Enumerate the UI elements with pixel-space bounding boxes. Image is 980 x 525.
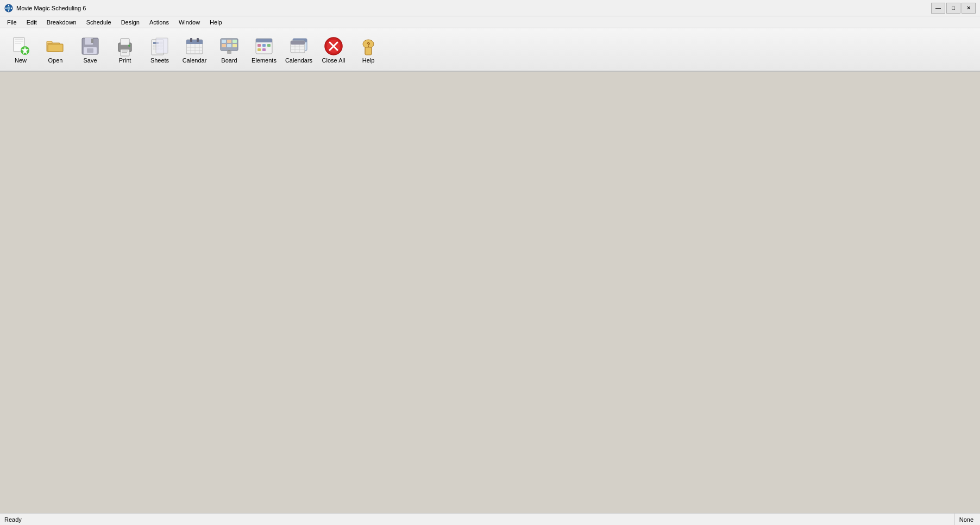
svg-rect-13 [47,41,52,43]
menu-breakdown[interactable]: Breakdown [42,17,81,27]
maximize-button[interactable]: □ [946,3,960,14]
window-controls[interactable]: — □ ✕ [931,3,976,14]
svg-rect-64 [291,41,305,45]
open-label: Open [48,57,63,64]
svg-rect-21 [121,39,129,45]
closeall-icon [323,35,344,57]
menu-bar: File Edit Breakdown Schedule Design Acti… [0,16,980,28]
menu-actions[interactable]: Actions [145,17,174,27]
svg-rect-33 [156,38,168,53]
svg-rect-36 [186,43,203,44]
sheets-label: Sheets [150,57,169,64]
svg-rect-48 [222,44,226,47]
menu-schedule[interactable]: Schedule [81,17,116,27]
svg-rect-24 [122,52,127,53]
help-label: Help [362,57,375,64]
toolbar: New Open Save Print [0,28,980,72]
svg-rect-59 [257,48,261,51]
svg-rect-42 [190,38,192,42]
calendar-button[interactable]: Calendar [178,31,211,68]
svg-point-2 [8,4,9,5]
svg-rect-49 [227,44,231,47]
svg-rect-45 [222,40,226,43]
svg-point-1 [7,7,10,10]
open-icon [45,35,66,57]
save-button[interactable]: Save [74,31,106,68]
menu-edit[interactable]: Edit [22,17,42,27]
menu-window[interactable]: Window [174,17,205,27]
svg-rect-8 [15,41,23,42]
board-button[interactable]: Board [213,31,246,68]
svg-rect-46 [227,40,231,43]
svg-rect-56 [257,44,261,47]
new-label: New [15,57,27,64]
title-bar: Movie Magic Scheduling 6 — □ ✕ [0,0,980,16]
closeall-button[interactable]: Close All [317,31,350,68]
main-content [0,72,980,513]
open-button[interactable]: Open [39,31,72,68]
svg-rect-55 [256,41,272,42]
svg-rect-23 [122,51,128,52]
elements-icon [253,35,275,57]
print-icon [114,35,136,57]
app-title: Movie Magic Scheduling 6 [16,5,86,11]
app-icon [4,4,13,12]
svg-rect-60 [262,48,266,51]
close-button[interactable]: ✕ [962,3,976,14]
print-label: Print [119,57,131,64]
minimize-button[interactable]: — [931,3,945,14]
closeall-label: Close All [322,57,345,64]
svg-point-4 [5,7,7,8]
help-icon: ? [357,35,379,57]
elements-label: Elements [252,57,277,64]
calendar-icon [184,35,205,57]
svg-rect-19 [87,48,93,53]
save-icon [79,35,101,57]
menu-file[interactable]: File [2,17,22,27]
calendar-label: Calendar [183,57,207,64]
new-button[interactable]: New [4,31,37,68]
title-bar-left: Movie Magic Scheduling 6 [4,4,86,12]
calendars-button[interactable]: Calendars [282,31,315,68]
elements-button[interactable]: Elements [248,31,280,68]
menu-design[interactable]: Design [116,17,145,27]
svg-point-3 [8,10,9,11]
svg-rect-57 [262,44,266,47]
sheets-button[interactable]: Sheets [143,31,176,68]
board-label: Board [221,57,237,64]
status-bar: Ready None [0,513,980,525]
svg-rect-50 [233,44,237,47]
status-text: Ready [2,516,954,523]
svg-rect-52 [228,50,230,51]
svg-rect-58 [267,44,271,47]
print-button[interactable]: Print [109,31,141,68]
menu-help[interactable]: Help [205,17,227,27]
svg-point-25 [128,45,130,47]
svg-rect-14 [48,44,63,52]
calendars-label: Calendars [285,57,312,64]
svg-rect-9 [15,43,21,44]
svg-rect-47 [233,40,237,43]
svg-rect-74 [365,47,372,55]
calendars-icon [288,35,310,57]
svg-rect-17 [91,39,93,43]
svg-point-5 [11,7,12,8]
svg-rect-43 [197,38,199,42]
svg-text:?: ? [367,42,370,48]
help-button[interactable]: ? Help [352,31,385,68]
new-icon [10,35,32,57]
board-icon [218,35,240,57]
status-right: None [954,514,978,525]
svg-rect-7 [15,39,23,40]
sheets-icon [149,35,171,57]
save-label: Save [83,57,97,64]
